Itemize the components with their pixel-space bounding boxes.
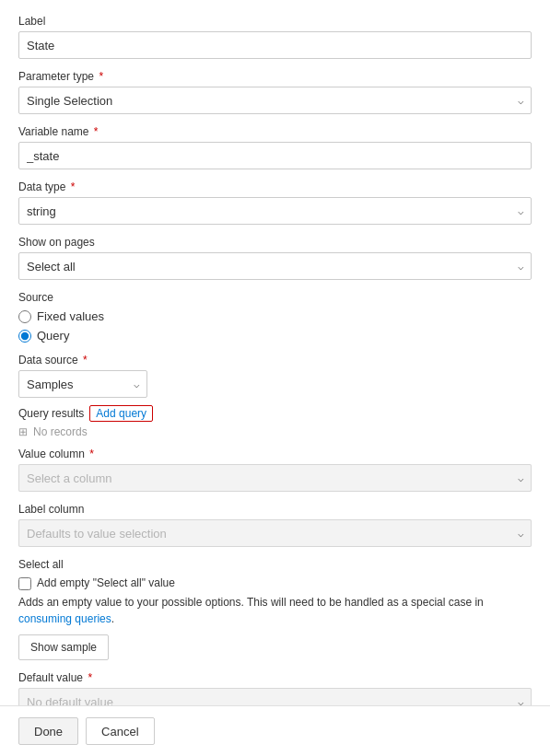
source-label: Source (18, 291, 532, 304)
value-column-group: Value column * Select a column ⌵ (18, 448, 532, 492)
parameter-type-wrapper: Single Selection Multi Selection Text Nu… (18, 87, 532, 114)
parameter-type-label: Parameter type * (18, 70, 532, 83)
label-field-group: Label (18, 15, 532, 59)
data-source-wrapper: Samples ⌵ (18, 370, 147, 398)
no-records-row: ⊞ No records (18, 425, 532, 438)
variable-name-group: Variable name * (18, 125, 532, 169)
footer: Done Cancel (0, 705, 550, 756)
data-type-label: Data type * (18, 180, 532, 193)
variable-name-label: Variable name * (18, 125, 532, 138)
grid-icon: ⊞ (18, 425, 28, 438)
source-radio-group: Fixed values Query (18, 309, 532, 343)
source-section: Source Fixed values Query (18, 291, 532, 343)
select-all-title: Select all (18, 558, 532, 571)
fixed-values-radio-label: Fixed values (37, 309, 104, 323)
show-on-pages-group: Show on pages Select all ⌵ (18, 236, 532, 280)
data-type-group: Data type * string number date ⌵ (18, 180, 532, 225)
required-marker: * (85, 671, 92, 684)
value-column-label: Value column * (18, 448, 532, 460)
label-field-label: Label (18, 15, 532, 28)
required-marker: * (67, 180, 75, 193)
select-all-checkbox-label: Add empty "Select all" value (37, 576, 175, 589)
select-all-helper-text: Adds an empty value to your possible opt… (18, 594, 532, 627)
label-column-select[interactable]: Defaults to value selection (18, 519, 532, 547)
select-all-checkbox[interactable] (18, 577, 31, 590)
required-marker: * (91, 125, 99, 138)
query-radio-label: Query (37, 329, 69, 343)
data-type-wrapper: string number date ⌵ (18, 197, 532, 225)
parameter-type-group: Parameter type * Single Selection Multi … (18, 70, 532, 114)
select-all-section: Select all Add empty "Select all" value … (18, 558, 532, 660)
label-column-wrapper: Defaults to value selection ⌵ (18, 519, 532, 547)
label-column-group: Label column Defaults to value selection… (18, 503, 532, 547)
select-all-checkbox-row: Add empty "Select all" value (18, 576, 532, 590)
source-query-radio[interactable]: Query (18, 329, 532, 343)
query-results-label: Query results (18, 407, 84, 420)
cancel-button[interactable]: Cancel (86, 717, 154, 745)
required-marker: * (96, 70, 103, 83)
consuming-queries-link[interactable]: consuming queries (18, 612, 111, 625)
data-type-select[interactable]: string number date (18, 197, 532, 225)
query-radio-input[interactable] (18, 330, 31, 343)
no-records-text: No records (33, 425, 88, 438)
fixed-values-radio-input[interactable] (18, 310, 31, 323)
value-column-wrapper: Select a column ⌵ (18, 464, 532, 492)
add-query-button[interactable]: Add query (89, 405, 153, 422)
data-source-select[interactable]: Samples (18, 370, 147, 398)
show-sample-button[interactable]: Show sample (18, 634, 109, 660)
show-on-pages-label: Show on pages (18, 236, 532, 249)
show-on-pages-wrapper: Select all ⌵ (18, 252, 532, 280)
label-input[interactable] (18, 31, 532, 59)
label-column-label: Label column (18, 503, 532, 516)
query-results-row: Query results Add query (18, 405, 532, 422)
required-marker: * (80, 354, 88, 366)
parameter-type-select[interactable]: Single Selection Multi Selection Text Nu… (18, 87, 532, 114)
data-source-label: Data source * (18, 354, 532, 366)
show-on-pages-select[interactable]: Select all (18, 252, 532, 280)
value-column-select[interactable]: Select a column (18, 464, 532, 492)
default-value-label: Default value * (18, 671, 532, 684)
done-button[interactable]: Done (18, 717, 78, 745)
variable-name-input[interactable] (18, 142, 532, 169)
source-fixed-radio[interactable]: Fixed values (18, 309, 532, 323)
data-source-group: Data source * Samples ⌵ (18, 354, 532, 398)
required-marker: * (87, 448, 94, 460)
